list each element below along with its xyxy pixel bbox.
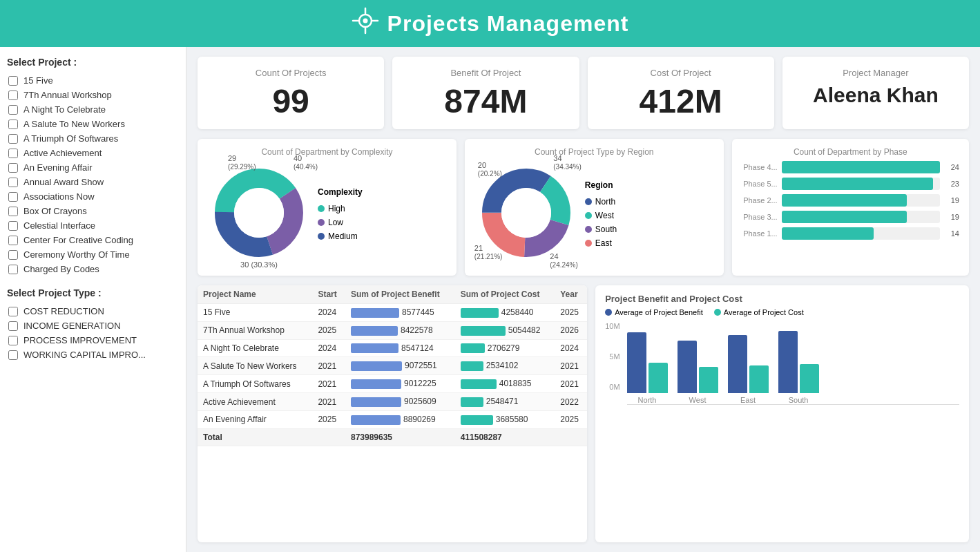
list-item[interactable]: Active Achievement [7,146,179,160]
region-chart: Count of Project Type by Region 34(34.34… [465,139,724,276]
phase1-label: Phase 1... [742,229,778,238]
high-dot [318,205,325,212]
project-checkbox[interactable] [8,91,18,100]
region-legend-title: Region [585,180,617,190]
list-item[interactable]: 15 Five [7,73,179,88]
west-bars [678,324,718,393]
kpi-count-value: 99 [211,85,370,118]
list-item[interactable]: An Evening Affair [7,160,179,175]
benefit-cost-title: Project Benefit and Project Cost [605,294,959,304]
legend-west: West [585,211,617,220]
medium-dot [318,233,325,240]
kpi-manager: Project Manager Aleena Khan [782,57,969,129]
phase2-label: Phase 2... [742,196,778,204]
table-row: A Triumph Of Softwares 2021 9012225 4018… [198,375,587,393]
list-item[interactable]: PROCESS IMPROVEMENT [7,333,179,348]
project-checkbox[interactable] [8,178,18,187]
bar-group-north: North [627,324,668,404]
table-scroll[interactable]: Project Name Start Sum of Project Benefi… [198,285,587,542]
phase5-fill [782,178,934,190]
bar-group-east: East [728,324,769,404]
list-item[interactable]: Associations Now [7,189,179,204]
legend-medium: Medium [318,231,363,241]
list-item[interactable]: Annual Award Show [7,175,179,189]
list-item[interactable]: Ceremony Worthy Of Time [7,247,179,262]
list-item[interactable]: 7Th Annual Workshop [7,88,179,102]
type-checkbox[interactable] [8,350,18,360]
project-checkbox[interactable] [8,265,18,274]
list-item[interactable]: Center For Creative Coding [7,233,179,247]
project-checkbox[interactable] [8,76,18,86]
north-cost-bar [648,363,668,393]
east-bars [728,324,769,393]
table-row: Active Achievement 2021 9025609 2548471 … [198,393,587,411]
phase5-val: 23 [944,180,959,188]
list-item[interactable]: A Night To Celebrate [7,102,179,117]
kpi-count-label: Count Of Projects [211,68,370,78]
list-item[interactable]: A Triumph Of Softwares [7,131,179,146]
svg-point-1 [363,18,367,23]
phase1-fill [782,227,874,240]
project-checkbox[interactable] [8,105,18,115]
project-checkbox[interactable] [8,192,18,202]
list-item[interactable]: INCOME GENERATION [7,318,179,333]
phase-chart: Count of Department by Phase Phase 4... … [732,139,969,276]
region-donut-container: 34(34.34%) 20(20.2%) 21(21.21%) 24(24.24… [474,161,714,267]
legend-low: Low [318,218,363,227]
cost-bar-dot [714,309,721,316]
kpi-cost-label: Cost Of Project [602,68,760,78]
content-area: Count Of Projects 99 Benefit Of Project … [186,47,980,552]
project-checkbox[interactable] [8,207,18,216]
table-header-row: Project Name Start Sum of Project Benefi… [198,285,587,304]
south-dot [585,226,592,233]
kpi-manager-label: Project Manager [796,68,955,78]
kpi-benefit-value: 874M [406,85,565,118]
list-item[interactable]: WORKING CAPITAL IMPRO... [7,348,179,362]
legend-high: High [318,204,363,213]
main-layout: Select Project : 15 Five 7Th Annual Work… [0,47,980,552]
project-checkbox[interactable] [8,149,18,158]
project-checkbox[interactable] [8,134,18,144]
barchart-legend: Average of Project Benefit Average of Pr… [605,308,959,316]
north-benefit-bar [627,332,646,393]
list-item[interactable]: Charged By Codes [7,262,179,276]
project-filter-label: Select Project : [7,57,179,68]
table-row: 15 Five 2024 8577445 4258440 2025 [198,304,587,322]
phase-bars: Phase 4... 24 Phase 5... 23 [742,161,959,240]
list-item[interactable]: Box Of Crayons [7,204,179,218]
phase5-bg [782,178,940,190]
north-label: North [638,396,657,404]
kpi-row: Count Of Projects 99 Benefit Of Project … [198,57,969,129]
svg-point-10 [234,188,284,238]
list-item[interactable]: COST REDUCTION [7,304,179,318]
project-checkbox[interactable] [8,221,18,231]
north-bars [627,324,668,393]
type-checkbox[interactable] [8,336,18,345]
project-checkbox[interactable] [8,120,18,129]
low-dot [318,219,325,226]
project-table-card: Project Name Start Sum of Project Benefi… [198,285,587,542]
phase1-bg [782,227,940,240]
project-checkbox[interactable] [8,250,18,260]
east-label: East [740,396,756,404]
list-item[interactable]: A Salute To New Workers [7,117,179,131]
legend-south: South [585,225,617,234]
project-checkbox[interactable] [8,236,18,245]
col-name: Project Name [198,285,312,304]
list-item[interactable]: Celestial Interface [7,218,179,233]
kpi-manager-value: Aleena Khan [796,85,955,106]
svg-point-16 [501,188,551,238]
type-checkbox[interactable] [8,307,18,316]
hbar-row-phase2: Phase 2... 19 [742,194,959,207]
bar-group-west: West [678,324,718,404]
col-start: Start [312,285,345,304]
phase1-val: 14 [944,229,959,238]
legend-cost-bar: Average of Project Cost [714,308,804,316]
type-filter-label: Select Project Type : [7,287,179,298]
kpi-benefit: Benefit Of Project 874M [392,57,579,129]
type-checkbox[interactable] [8,321,18,331]
phase-title: Count of Department by Phase [742,147,959,157]
kpi-count: Count Of Projects 99 [198,57,384,129]
project-checkbox[interactable] [8,163,18,173]
phase4-label: Phase 4... [742,163,778,171]
